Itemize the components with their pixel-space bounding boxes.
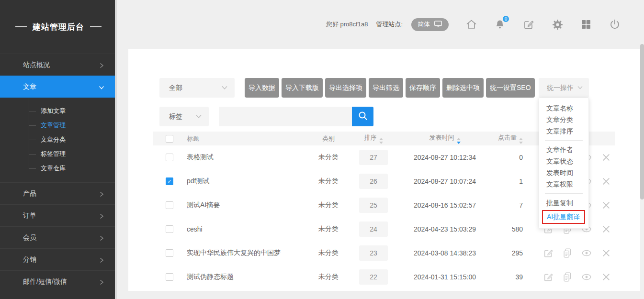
page-scrollbar-thumb[interactable] xyxy=(640,44,644,199)
header-clicks[interactable]: 点击量 xyxy=(488,133,523,144)
menu-item-article-category[interactable]: 文章分类 xyxy=(539,114,588,125)
delete-icon[interactable] xyxy=(600,199,612,211)
submenu-item-article-manage[interactable]: 文章管理 xyxy=(0,118,117,133)
row-category: 未分类 xyxy=(311,225,346,233)
delete-selected-button[interactable]: 删除选中项 xyxy=(442,78,484,98)
menu-divider xyxy=(545,193,583,194)
submenu-item-tag-manage[interactable]: 标签管理 xyxy=(0,147,117,161)
chevron-right-icon xyxy=(99,235,104,243)
header-category: 类别 xyxy=(311,134,346,143)
row-category: 未分类 xyxy=(311,153,346,162)
row-checkbox[interactable] xyxy=(166,154,173,161)
save-order-button[interactable]: 保存顺序 xyxy=(406,78,440,98)
header-publish-time[interactable]: 发表时间 xyxy=(401,133,488,144)
select-all-checkbox[interactable] xyxy=(166,135,173,143)
sidebar-item-mail-sms-wechat[interactable]: 邮件/短信/微信 xyxy=(0,270,117,292)
set-seo-button[interactable]: 统一设置SEO xyxy=(486,78,535,98)
row-clicks: 0 xyxy=(488,154,523,161)
sidebar-item-site-overview[interactable]: 站点概况 xyxy=(0,54,117,76)
menu-item-article-sort[interactable]: 文章排序 xyxy=(539,125,588,137)
tag-filter-select[interactable]: 标签 xyxy=(159,107,209,126)
language-switch-pill[interactable]: 简体 xyxy=(411,18,449,31)
header-title: 标题 xyxy=(187,134,199,143)
menu-item-article-author[interactable]: 文章作者 xyxy=(539,144,588,155)
sidebar-scrollbar[interactable] xyxy=(115,0,117,299)
submenu-item-article-warehouse[interactable]: 文章仓库 xyxy=(0,161,117,176)
row-checkbox[interactable] xyxy=(166,249,173,257)
menu-item-batch-copy[interactable]: 批量复制 xyxy=(539,197,588,209)
search-input[interactable] xyxy=(219,107,352,126)
chevron-right-icon xyxy=(99,279,104,287)
row-title: 测试伪静态标题 xyxy=(187,273,234,281)
export-selected-button[interactable]: 导出选择项 xyxy=(325,78,366,98)
sidebar-item-distribution[interactable]: 分销 xyxy=(0,248,117,270)
sort-arrows-icon[interactable] xyxy=(379,138,383,144)
content-panel: 全部 导入数据 导入下载版 导出选择项 导出筛选 保存顺序 删除选中项 统一设置… xyxy=(128,49,640,291)
delete-icon[interactable] xyxy=(600,271,612,283)
sidebar-item-articles[interactable]: 文章 xyxy=(0,76,117,98)
articles-submenu: 添加文章 文章管理 文章分类 标签管理 文章仓库 xyxy=(0,98,117,182)
menu-item-article-name[interactable]: 文章名称 xyxy=(539,102,588,114)
sort-arrows-icon[interactable] xyxy=(457,138,461,144)
edit-icon[interactable] xyxy=(522,18,535,31)
row-checkbox[interactable] xyxy=(166,201,173,209)
delete-icon[interactable] xyxy=(600,247,612,259)
menu-item-article-status[interactable]: 文章状态 xyxy=(539,155,588,167)
app-logo: 建站管理后台 xyxy=(0,0,117,54)
unified-action-dropdown-button[interactable]: 统一操作 xyxy=(539,78,589,98)
view-icon[interactable] xyxy=(580,247,593,259)
delete-icon[interactable] xyxy=(600,152,612,163)
row-title: ceshi xyxy=(187,225,203,233)
view-icon[interactable] xyxy=(580,271,593,283)
row-sort-value[interactable]: 22 xyxy=(359,269,388,285)
power-icon[interactable] xyxy=(609,18,621,31)
delete-icon[interactable] xyxy=(600,223,612,235)
copy-icon[interactable] xyxy=(561,247,574,259)
home-icon[interactable] xyxy=(465,18,477,31)
chevron-right-icon xyxy=(99,213,104,221)
submenu-item-add-article[interactable]: 添加文章 xyxy=(0,104,117,118)
apps-grid-icon[interactable] xyxy=(580,18,592,31)
row-sort-value[interactable]: 23 xyxy=(359,245,388,261)
delete-icon[interactable] xyxy=(600,176,612,187)
category-filter-select[interactable]: 全部 xyxy=(159,78,235,98)
sort-arrows-icon[interactable] xyxy=(519,138,523,144)
chevron-down-icon xyxy=(577,84,583,92)
row-title: pdf测试 xyxy=(187,177,209,186)
header-sort[interactable]: 排序 xyxy=(346,133,401,144)
search-button[interactable] xyxy=(352,107,373,126)
gear-icon[interactable] xyxy=(551,18,564,31)
row-category: 未分类 xyxy=(311,273,346,281)
table-row: 实现中华民族伟大复兴的中国梦 未分类 23 2024-03-08 14:38:2… xyxy=(153,241,615,265)
row-publish-time: 2024-03-08 14:38:23 xyxy=(401,249,488,257)
sidebar-item-label: 文章 xyxy=(23,83,36,91)
row-checkbox[interactable] xyxy=(166,273,173,281)
edit-icon[interactable] xyxy=(542,247,554,259)
sidebar-item-products[interactable]: 产品 xyxy=(0,182,117,204)
sidebar-item-members[interactable]: 会员 xyxy=(0,226,117,248)
manage-site-label: 管理站点: xyxy=(376,20,403,29)
copy-icon[interactable] xyxy=(561,271,574,283)
user-greeting: 您好 pro8cf1a8 xyxy=(326,20,368,29)
import-download-button[interactable]: 导入下载版 xyxy=(282,78,323,98)
row-sort-value[interactable]: 24 xyxy=(359,221,388,237)
export-filtered-button[interactable]: 导出筛选 xyxy=(369,78,403,98)
row-sort-value[interactable]: 25 xyxy=(359,198,388,213)
menu-item-publish-time[interactable]: 发表时间 xyxy=(539,167,588,178)
row-sort-value[interactable]: 27 xyxy=(359,150,388,165)
row-category: 未分类 xyxy=(311,177,346,186)
menu-item-ai-batch-translate[interactable]: AI批量翻译 xyxy=(542,210,585,224)
submenu-item-article-category[interactable]: 文章分类 xyxy=(0,133,117,147)
monitor-icon xyxy=(434,20,442,29)
bell-icon[interactable]: 0 xyxy=(494,18,506,31)
sidebar-item-orders[interactable]: 订单 xyxy=(0,204,117,226)
row-checkbox[interactable] xyxy=(166,225,173,233)
import-data-button[interactable]: 导入数据 xyxy=(245,78,279,98)
menu-item-article-permission[interactable]: 文章权限 xyxy=(539,178,588,190)
table-row: 测试伪静态标题 未分类 22 2024-01-31 15:15:00 39 xyxy=(153,265,615,289)
row-sort-value[interactable]: 26 xyxy=(359,174,388,189)
menu-divider xyxy=(545,140,583,141)
chevron-right-icon xyxy=(99,191,104,199)
row-checkbox-checked[interactable] xyxy=(166,177,173,185)
edit-icon[interactable] xyxy=(542,271,554,283)
